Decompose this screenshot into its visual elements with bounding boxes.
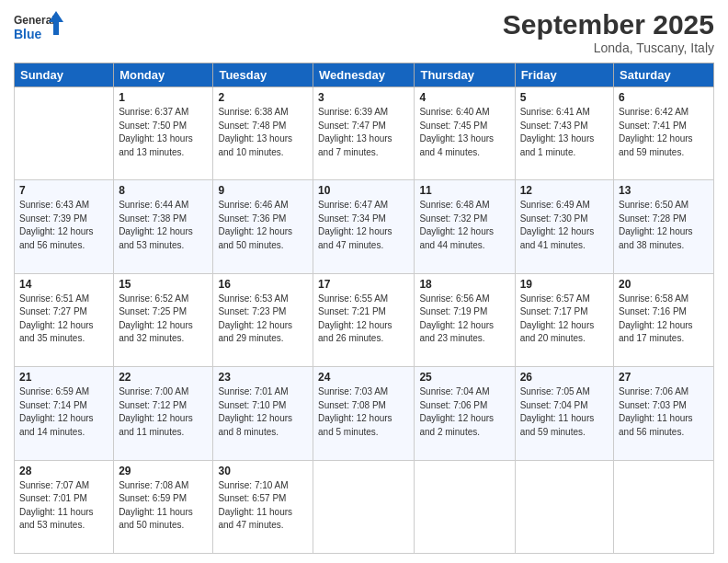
day-info: Sunrise: 6:51 AM Sunset: 7:27 PM Dayligh… [19, 293, 108, 346]
month-title: September 2025 [503, 9, 714, 40]
day-cell: 29Sunrise: 7:08 AM Sunset: 6:59 PM Dayli… [114, 460, 213, 553]
day-cell: 12Sunrise: 6:49 AM Sunset: 7:30 PM Dayli… [515, 180, 613, 273]
day-info: Sunrise: 6:53 AM Sunset: 7:23 PM Dayligh… [218, 293, 308, 346]
day-cell: 25Sunrise: 7:04 AM Sunset: 7:06 PM Dayli… [415, 367, 515, 460]
day-number: 28 [19, 465, 108, 477]
day-cell [313, 460, 415, 553]
day-number: 12 [520, 184, 609, 197]
col-tuesday: Tuesday [213, 63, 313, 87]
day-number: 14 [19, 278, 108, 291]
day-cell: 10Sunrise: 6:47 AM Sunset: 7:34 PM Dayli… [313, 180, 415, 273]
calendar-page: General Blue September 2025 Londa, Tusca… [0, 0, 728, 563]
day-cell: 16Sunrise: 6:53 AM Sunset: 7:23 PM Dayli… [213, 273, 313, 366]
day-number: 19 [520, 278, 609, 291]
col-monday: Monday [114, 63, 213, 87]
day-info: Sunrise: 6:42 AM Sunset: 7:41 PM Dayligh… [619, 106, 709, 159]
day-cell: 24Sunrise: 7:03 AM Sunset: 7:08 PM Dayli… [313, 367, 415, 460]
day-info: Sunrise: 6:44 AM Sunset: 7:38 PM Dayligh… [119, 199, 208, 252]
day-number: 22 [119, 371, 208, 384]
day-cell: 23Sunrise: 7:01 AM Sunset: 7:10 PM Dayli… [213, 367, 313, 460]
day-info: Sunrise: 6:43 AM Sunset: 7:39 PM Dayligh… [19, 199, 108, 252]
day-number: 1 [119, 91, 208, 104]
day-info: Sunrise: 7:03 AM Sunset: 7:08 PM Dayligh… [318, 385, 409, 439]
day-number: 15 [119, 278, 208, 291]
week-row-1: 1Sunrise: 6:37 AM Sunset: 7:50 PM Daylig… [15, 87, 714, 180]
day-info: Sunrise: 6:59 AM Sunset: 7:14 PM Dayligh… [19, 385, 108, 439]
day-cell [515, 460, 613, 553]
day-info: Sunrise: 7:06 AM Sunset: 7:03 PM Dayligh… [619, 385, 709, 439]
day-number: 11 [419, 184, 509, 197]
day-info: Sunrise: 6:52 AM Sunset: 7:25 PM Dayligh… [119, 293, 208, 346]
day-info: Sunrise: 6:46 AM Sunset: 7:36 PM Dayligh… [218, 199, 308, 252]
day-info: Sunrise: 6:58 AM Sunset: 7:16 PM Dayligh… [619, 293, 709, 346]
day-info: Sunrise: 6:56 AM Sunset: 7:19 PM Dayligh… [419, 293, 509, 346]
day-cell: 9Sunrise: 6:46 AM Sunset: 7:36 PM Daylig… [213, 180, 313, 273]
day-info: Sunrise: 6:48 AM Sunset: 7:32 PM Dayligh… [419, 199, 509, 252]
day-info: Sunrise: 6:50 AM Sunset: 7:28 PM Dayligh… [619, 199, 709, 252]
day-number: 23 [218, 371, 308, 384]
col-friday: Friday [515, 63, 613, 87]
day-number: 25 [419, 371, 509, 384]
week-row-4: 21Sunrise: 6:59 AM Sunset: 7:14 PM Dayli… [15, 367, 714, 460]
day-number: 27 [619, 371, 709, 384]
day-cell: 21Sunrise: 6:59 AM Sunset: 7:14 PM Dayli… [15, 367, 114, 460]
day-number: 24 [318, 371, 409, 384]
day-number: 13 [619, 184, 709, 197]
subtitle: Londa, Tuscany, Italy [503, 40, 714, 55]
day-cell: 18Sunrise: 6:56 AM Sunset: 7:19 PM Dayli… [415, 273, 515, 366]
day-info: Sunrise: 6:38 AM Sunset: 7:48 PM Dayligh… [218, 106, 308, 159]
day-number: 20 [619, 278, 709, 291]
day-number: 9 [218, 184, 308, 197]
day-info: Sunrise: 7:10 AM Sunset: 6:57 PM Dayligh… [218, 479, 308, 533]
day-cell: 4Sunrise: 6:40 AM Sunset: 7:45 PM Daylig… [415, 87, 515, 180]
day-info: Sunrise: 7:00 AM Sunset: 7:12 PM Dayligh… [119, 385, 208, 439]
day-info: Sunrise: 6:40 AM Sunset: 7:45 PM Dayligh… [419, 106, 509, 159]
day-cell: 26Sunrise: 7:05 AM Sunset: 7:04 PM Dayli… [515, 367, 613, 460]
day-cell: 30Sunrise: 7:10 AM Sunset: 6:57 PM Dayli… [213, 460, 313, 553]
day-number: 3 [318, 91, 409, 104]
header: General Blue September 2025 Londa, Tusca… [14, 9, 714, 55]
col-sunday: Sunday [15, 63, 114, 87]
day-number: 8 [119, 184, 208, 197]
day-info: Sunrise: 7:04 AM Sunset: 7:06 PM Dayligh… [419, 385, 509, 439]
day-cell: 28Sunrise: 7:07 AM Sunset: 7:01 PM Dayli… [15, 460, 114, 553]
day-cell: 7Sunrise: 6:43 AM Sunset: 7:39 PM Daylig… [15, 180, 114, 273]
day-cell: 1Sunrise: 6:37 AM Sunset: 7:50 PM Daylig… [114, 87, 213, 180]
header-row: Sunday Monday Tuesday Wednesday Thursday… [15, 63, 714, 87]
day-cell: 5Sunrise: 6:41 AM Sunset: 7:43 PM Daylig… [515, 87, 613, 180]
day-cell: 14Sunrise: 6:51 AM Sunset: 7:27 PM Dayli… [15, 273, 114, 366]
day-info: Sunrise: 6:41 AM Sunset: 7:43 PM Dayligh… [520, 106, 609, 159]
day-number: 18 [419, 278, 509, 291]
day-cell: 27Sunrise: 7:06 AM Sunset: 7:03 PM Dayli… [614, 367, 714, 460]
day-number: 5 [520, 91, 609, 104]
day-info: Sunrise: 6:39 AM Sunset: 7:47 PM Dayligh… [318, 106, 409, 159]
day-info: Sunrise: 7:01 AM Sunset: 7:10 PM Dayligh… [218, 385, 308, 439]
day-info: Sunrise: 7:08 AM Sunset: 6:59 PM Dayligh… [119, 479, 208, 533]
logo-svg: General Blue [14, 9, 64, 48]
day-cell: 15Sunrise: 6:52 AM Sunset: 7:25 PM Dayli… [114, 273, 213, 366]
day-info: Sunrise: 6:55 AM Sunset: 7:21 PM Dayligh… [318, 293, 409, 346]
day-cell [15, 87, 114, 180]
col-saturday: Saturday [614, 63, 714, 87]
day-number: 17 [318, 278, 409, 291]
day-number: 4 [419, 91, 509, 104]
day-cell [614, 460, 714, 553]
day-number: 26 [520, 371, 609, 384]
week-row-3: 14Sunrise: 6:51 AM Sunset: 7:27 PM Dayli… [15, 273, 714, 366]
svg-text:Blue: Blue [14, 27, 42, 41]
day-number: 10 [318, 184, 409, 197]
day-info: Sunrise: 7:07 AM Sunset: 7:01 PM Dayligh… [19, 479, 108, 533]
day-info: Sunrise: 6:57 AM Sunset: 7:17 PM Dayligh… [520, 293, 609, 346]
col-wednesday: Wednesday [313, 63, 415, 87]
day-number: 16 [218, 278, 308, 291]
day-cell: 3Sunrise: 6:39 AM Sunset: 7:47 PM Daylig… [313, 87, 415, 180]
day-number: 2 [218, 91, 308, 104]
day-cell: 22Sunrise: 7:00 AM Sunset: 7:12 PM Dayli… [114, 367, 213, 460]
day-info: Sunrise: 7:05 AM Sunset: 7:04 PM Dayligh… [520, 385, 609, 439]
day-number: 29 [119, 465, 208, 477]
day-info: Sunrise: 6:49 AM Sunset: 7:30 PM Dayligh… [520, 199, 609, 252]
svg-text:General: General [14, 14, 55, 27]
week-row-2: 7Sunrise: 6:43 AM Sunset: 7:39 PM Daylig… [15, 180, 714, 273]
day-cell: 20Sunrise: 6:58 AM Sunset: 7:16 PM Dayli… [614, 273, 714, 366]
day-info: Sunrise: 6:47 AM Sunset: 7:34 PM Dayligh… [318, 199, 409, 252]
